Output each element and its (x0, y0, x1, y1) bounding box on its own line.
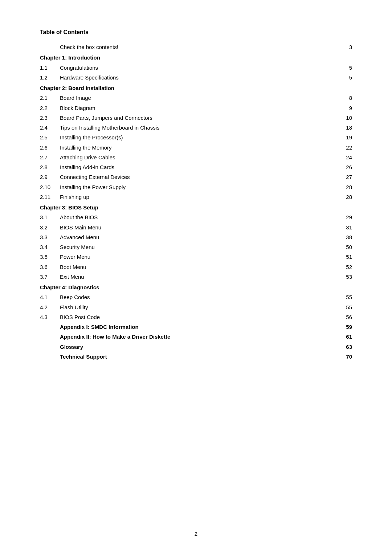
toc-page: 31 (328, 223, 352, 232)
toc-row: 2.8Installing Add-in Cards26 (40, 162, 352, 172)
toc-row: 2.11Finishing up28 (40, 192, 352, 202)
toc-row: 4.1Beep Codes55 (40, 292, 352, 302)
toc-num: 3.2 (40, 223, 60, 232)
toc-row: 3.4Security Menu50 (40, 242, 352, 252)
toc-label: Appendix I: SMDC Information (60, 322, 328, 332)
toc-label: About the BIOS (60, 212, 328, 222)
toc-page: 51 (328, 252, 352, 262)
toc-label: Installing Add-in Cards (60, 162, 328, 172)
toc-num (40, 322, 60, 332)
toc-row: 3.3Advanced Menu38 (40, 232, 352, 242)
toc-row: 2.5Installing the Processor(s)19 (40, 132, 352, 142)
toc-label: Glossary (60, 342, 328, 352)
toc-num: 2.3 (40, 113, 60, 123)
toc-num: 1.2 (40, 73, 60, 82)
toc-label: Block Diagram (60, 103, 328, 113)
toc-label: Exit Menu (60, 272, 328, 282)
toc-page: 70 (328, 352, 352, 362)
chapter-label: Chapter 2: Board Installation (40, 82, 352, 93)
toc-page: 28 (328, 182, 352, 192)
chapter-label: Chapter 3: BIOS Setup (40, 202, 352, 212)
toc-row: 3.5Power Menu51 (40, 252, 352, 262)
toc-row: 1.1Congratulations5 (40, 63, 352, 73)
toc-row: 2.1Board Image8 (40, 93, 352, 103)
toc-row: Appendix I: SMDC Information59 (40, 322, 352, 332)
toc-row: 2.9Connecting External Devices27 (40, 172, 352, 182)
toc-row: Appendix II: How to Make a Driver Disket… (40, 332, 352, 342)
toc-page: 27 (328, 172, 352, 182)
toc-row: Glossary63 (40, 342, 352, 352)
toc-row: 4.2Flash Utility55 (40, 302, 352, 312)
toc-page: 56 (328, 312, 352, 322)
toc-label: BIOS Post Code (60, 312, 328, 322)
toc-page: 26 (328, 162, 352, 172)
toc-label: Check the box contents! (60, 42, 328, 52)
toc-num: 4.3 (40, 312, 60, 322)
toc-row: Chapter 2: Board Installation (40, 82, 352, 93)
page-container: Table of Contents Check the box contents… (0, 0, 392, 555)
toc-label: Advanced Menu (60, 232, 328, 242)
toc-row: 3.6Boot Menu52 (40, 262, 352, 272)
toc-row: 3.1About the BIOS29 (40, 212, 352, 222)
toc-num (40, 42, 60, 52)
toc-num: 3.4 (40, 242, 60, 252)
toc-num: 2.4 (40, 123, 60, 132)
toc-num: 2.11 (40, 192, 60, 202)
toc-num (40, 332, 60, 342)
toc-page: 5 (328, 73, 352, 82)
toc-page: 8 (328, 93, 352, 103)
toc-label: Installing the Power Supply (60, 182, 328, 192)
toc-label: Connecting External Devices (60, 172, 328, 182)
toc-row: Check the box contents!3 (40, 42, 352, 52)
toc-label: Installing the Memory (60, 143, 328, 152)
toc-num: 3.7 (40, 272, 60, 282)
toc-row: 3.2BIOS Main Menu31 (40, 223, 352, 232)
toc-num: 4.2 (40, 302, 60, 312)
toc-num: 2.10 (40, 182, 60, 192)
toc-num: 3.1 (40, 212, 60, 222)
toc-num: 2.5 (40, 132, 60, 142)
toc-page: 5 (328, 63, 352, 73)
toc-num: 2.7 (40, 152, 60, 162)
toc-label: Technical Support (60, 352, 328, 362)
toc-page: 52 (328, 262, 352, 272)
toc-page: 24 (328, 152, 352, 162)
toc-label: Security Menu (60, 242, 328, 252)
toc-label: Tips on Installing Motherboard in Chassi… (60, 123, 328, 132)
toc-row: 2.3Board Parts, Jumpers and Connectors10 (40, 113, 352, 123)
toc-page: 38 (328, 232, 352, 242)
toc-page: 22 (328, 143, 352, 152)
chapter-label: Chapter 1: Introduction (40, 52, 352, 62)
toc-num (40, 342, 60, 352)
toc-page: 9 (328, 103, 352, 113)
toc-title: Table of Contents (40, 29, 352, 36)
toc-page: 19 (328, 132, 352, 142)
toc-label: Beep Codes (60, 292, 328, 302)
page-number-footer: 2 (0, 531, 392, 537)
toc-label: BIOS Main Menu (60, 223, 328, 232)
toc-page: 55 (328, 292, 352, 302)
toc-num: 3.6 (40, 262, 60, 272)
toc-num: 2.6 (40, 143, 60, 152)
toc-page: 61 (328, 332, 352, 342)
toc-page: 59 (328, 322, 352, 332)
toc-page: 28 (328, 192, 352, 202)
toc-row: 2.10Installing the Power Supply28 (40, 182, 352, 192)
toc-page: 53 (328, 272, 352, 282)
toc-num: 4.1 (40, 292, 60, 302)
toc-row: 3.7Exit Menu53 (40, 272, 352, 282)
chapter-label: Chapter 4: Diagnostics (40, 282, 352, 292)
toc-label: Congratulations (60, 63, 328, 73)
toc-row: 2.7Attaching Drive Cables24 (40, 152, 352, 162)
toc-page: 63 (328, 342, 352, 352)
toc-page: 50 (328, 242, 352, 252)
toc-row: 1.2Hardware Specifications5 (40, 73, 352, 82)
toc-label: Appendix II: How to Make a Driver Disket… (60, 332, 328, 342)
toc-page: 10 (328, 113, 352, 123)
toc-label: Finishing up (60, 192, 328, 202)
toc-label: Hardware Specifications (60, 73, 328, 82)
toc-label: Boot Menu (60, 262, 328, 272)
toc-row: 2.4Tips on Installing Motherboard in Cha… (40, 123, 352, 132)
toc-row: Chapter 3: BIOS Setup (40, 202, 352, 212)
toc-page: 29 (328, 212, 352, 222)
